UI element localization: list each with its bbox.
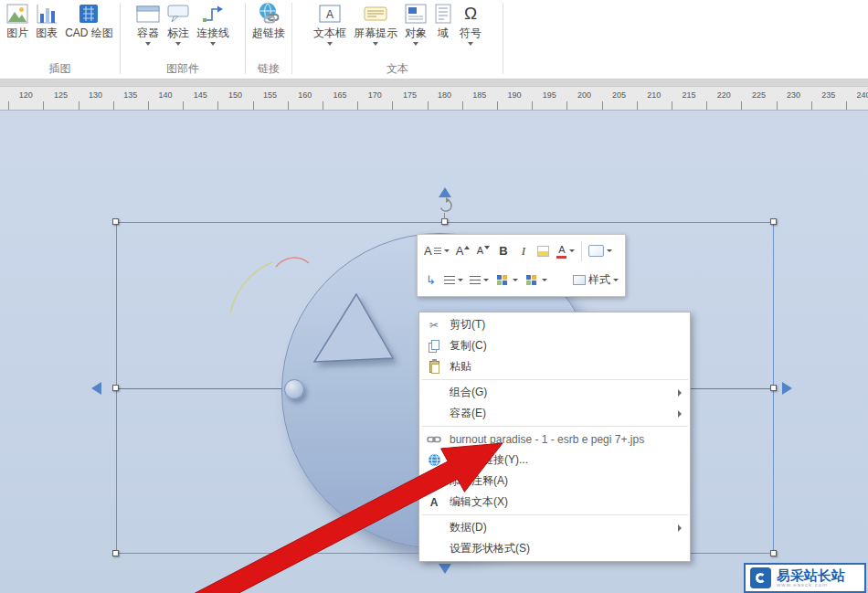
- object-button[interactable]: 对象: [401, 0, 430, 58]
- style-button[interactable]: 样式: [570, 269, 621, 291]
- callout-button[interactable]: 标注: [164, 0, 193, 58]
- grow-font-button[interactable]: A: [453, 239, 473, 262]
- ruler-number: 150: [228, 90, 242, 100]
- context-menu-item-format-shape[interactable]: 设置形状格式(S): [419, 538, 690, 559]
- ribbon: 图片 图表 CAD 绘图 插图 容器: [0, 0, 868, 79]
- button-label: 文本框: [313, 26, 346, 39]
- paste-icon: [429, 361, 439, 373]
- submenu-arrow-icon: [678, 524, 682, 532]
- scissors-icon: ✂: [426, 320, 442, 331]
- floating-format-toolbar: A A A B I A: [417, 234, 626, 297]
- ribbon-group-diagram-parts: 容器 标注 连接线 图部件: [121, 0, 245, 79]
- selection-handle-bottom-right[interactable]: [770, 550, 777, 556]
- autoconnect-arrow-up-icon[interactable]: [439, 187, 451, 197]
- selection-handle-top-center[interactable]: [441, 218, 448, 225]
- dropdown-arrow-icon: [607, 249, 612, 252]
- field-button[interactable]: 域: [430, 0, 456, 58]
- selection-handle-top-left[interactable]: [112, 218, 119, 225]
- font-color-button[interactable]: A: [554, 239, 577, 262]
- shrink-font-icon: [484, 246, 490, 249]
- watermark-badge: 易采站长站 www.easck.com: [744, 563, 866, 593]
- insert-picture-button[interactable]: 图片: [3, 0, 32, 58]
- comment-icon: [428, 475, 441, 488]
- font-color-icon: A: [556, 244, 566, 259]
- ruler-number: 120: [19, 90, 33, 100]
- context-menu-item-copy[interactable]: 复制(C): [419, 335, 690, 356]
- ruler-tick: [811, 101, 812, 110]
- bullets-button[interactable]: [467, 269, 492, 291]
- insert-chart-button[interactable]: 图表: [32, 0, 61, 58]
- autoconnect-arrow-down-icon[interactable]: [439, 564, 451, 574]
- ruler-tick: [8, 101, 9, 110]
- ruler-number: 170: [368, 90, 382, 100]
- autoconnect-arrow-left-icon[interactable]: [91, 382, 101, 395]
- field-icon: [434, 0, 452, 24]
- object-icon: [405, 0, 427, 24]
- ruler-tick: [462, 101, 463, 110]
- menu-separator: [421, 426, 688, 427]
- context-menu-item-cut[interactable]: ✂ 剪切(T): [419, 314, 690, 335]
- ruler-tick: [79, 101, 79, 110]
- ruler-number: 135: [123, 90, 137, 100]
- bold-button[interactable]: B: [493, 239, 513, 262]
- text-box-button[interactable]: A 文本框: [310, 0, 350, 58]
- svg-text:A: A: [326, 8, 333, 21]
- rotation-handle-icon[interactable]: [438, 197, 454, 214]
- ruler-number: 125: [54, 90, 68, 100]
- ruler-tick: [113, 101, 114, 110]
- shrink-font-button[interactable]: A: [473, 239, 492, 262]
- ruler-number: 140: [158, 90, 172, 100]
- context-menu-item-paste[interactable]: 粘贴: [419, 356, 690, 377]
- watermark-subtitle: www.easck.com: [777, 582, 845, 588]
- highlight-button[interactable]: [534, 239, 553, 262]
- button-label: 对象: [405, 26, 427, 39]
- context-menu-item-hyperlink-file[interactable]: burnout paradise - 1 - esrb e pegi 7+.jp…: [419, 429, 690, 450]
- symbol-button[interactable]: Ω 符号: [456, 0, 485, 58]
- ruler-tick: [217, 101, 218, 110]
- ribbon-lower-strip: [0, 79, 868, 87]
- dropdown-arrow-icon: [373, 42, 378, 46]
- menu-separator: [421, 514, 688, 515]
- drawing-canvas[interactable]: A A A B I A: [0, 111, 868, 593]
- context-menu-item-group[interactable]: 组合(G): [419, 382, 690, 403]
- selection-handle-mid-right[interactable]: [770, 385, 777, 391]
- context-menu: ✂ 剪切(T) 复制(C) 粘贴 组合(G) 容器(E) burnout pa: [418, 312, 691, 562]
- context-menu-item-edit-text[interactable]: A 编辑文本(X): [419, 492, 690, 513]
- ruler-number: 195: [543, 90, 556, 100]
- align-button[interactable]: [441, 269, 466, 291]
- hyperlink-button[interactable]: 超链接: [249, 0, 289, 58]
- screen-tip-button[interactable]: 屏幕提示: [350, 0, 401, 58]
- italic-button[interactable]: I: [513, 239, 533, 262]
- button-label: 连接线: [196, 26, 229, 39]
- context-menu-item-edit-hyperlink[interactable]: 编辑超链接(Y)...: [419, 450, 690, 471]
- fill-button[interactable]: [492, 269, 521, 291]
- shape-quick-style-button[interactable]: [586, 239, 615, 262]
- mini-toolbar-row-1: A A A B I A: [421, 238, 621, 264]
- ruler-tick: [253, 101, 254, 110]
- selection-handle-top-right[interactable]: [770, 218, 777, 225]
- ruler-number: 235: [821, 90, 835, 100]
- context-menu-item-container[interactable]: 容器(E): [419, 403, 690, 424]
- ruler-number: 205: [612, 90, 626, 100]
- context-menu-item-data[interactable]: 数据(D): [419, 517, 690, 538]
- font-style-button[interactable]: A: [421, 239, 452, 262]
- context-menu-item-add-comment[interactable]: 添加注释(A): [419, 471, 690, 492]
- ruler-number: 185: [472, 90, 486, 100]
- line-button[interactable]: [522, 269, 550, 291]
- ruler-number: 230: [787, 90, 800, 100]
- align-lines-icon: [444, 276, 455, 285]
- autoconnect-arrow-right-icon[interactable]: [782, 382, 792, 395]
- connector-button[interactable]: 连接线: [193, 0, 233, 58]
- ribbon-group-illustrations: 图片 图表 CAD 绘图 插图: [0, 0, 120, 79]
- easck-logo-icon: [750, 567, 771, 588]
- ruler-number: 165: [333, 90, 346, 100]
- insert-cad-drawing-button[interactable]: CAD 绘图: [61, 0, 117, 58]
- selection-handle-mid-left[interactable]: [112, 385, 119, 391]
- rotation-handle-stem: [444, 213, 445, 219]
- menu-separator: [421, 379, 688, 380]
- toolbar-divider: [581, 241, 582, 261]
- container-button[interactable]: 容器: [132, 0, 164, 58]
- connector-tool-button[interactable]: ↳: [421, 269, 440, 291]
- text-box-icon: A: [319, 0, 341, 24]
- selection-handle-bottom-left[interactable]: [112, 550, 119, 556]
